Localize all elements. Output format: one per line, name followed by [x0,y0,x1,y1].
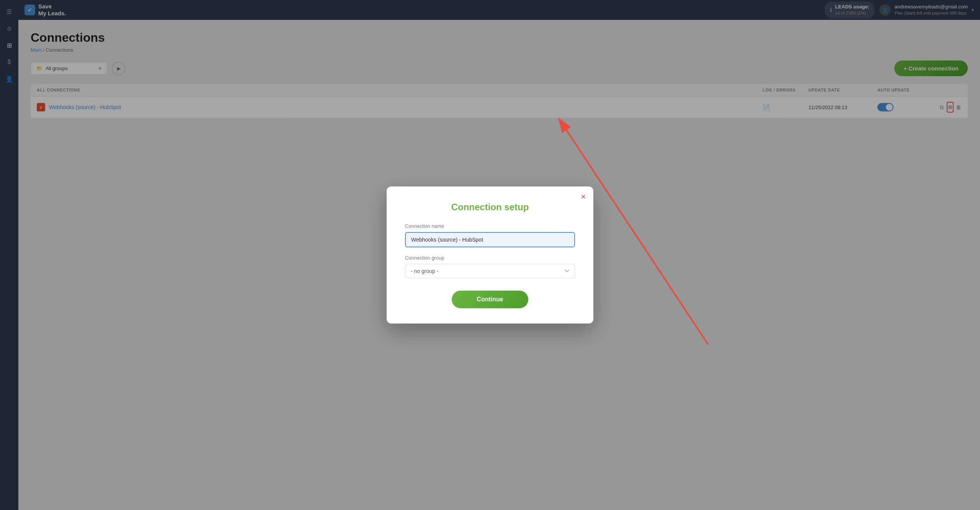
modal-title: Connection setup [405,202,575,212]
connection-name-input[interactable] [405,232,575,247]
continue-button[interactable]: Continue [452,291,528,308]
close-button[interactable]: × [581,193,586,201]
modal-overlay[interactable]: × Connection setup Connection name Conne… [0,0,980,510]
connection-group-label: Connection group [405,255,575,261]
modal: × Connection setup Connection name Conne… [387,186,593,324]
connection-name-label: Connection name [405,223,575,229]
connection-group-select[interactable]: - no group - [405,264,575,278]
